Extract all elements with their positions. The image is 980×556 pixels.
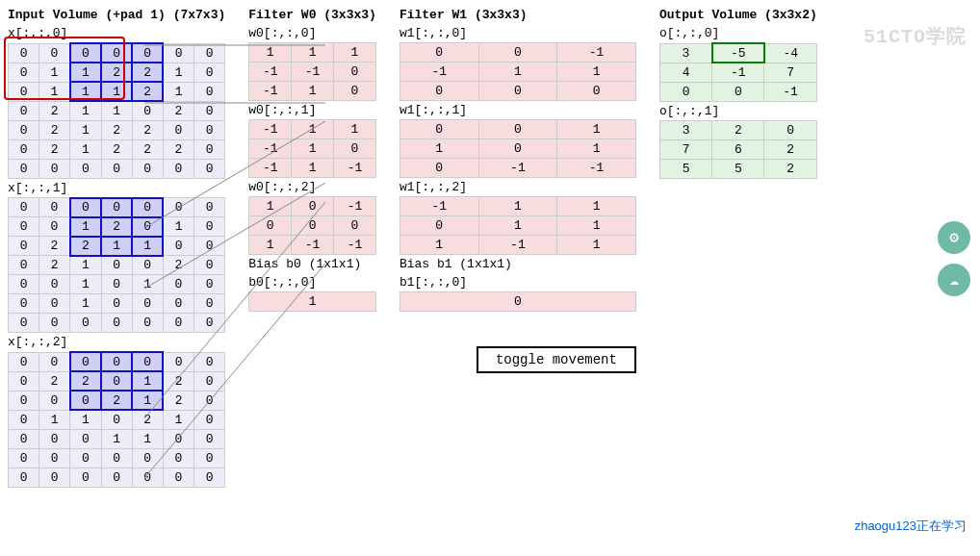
bias-b1-title: Bias b1 (1x1x1) xyxy=(400,257,636,271)
cell: 0 xyxy=(9,159,39,178)
cell: 0 xyxy=(39,294,70,314)
cell: 0 xyxy=(163,237,193,256)
slice-label: w0[:,:,2] xyxy=(248,180,376,194)
cell: 0 xyxy=(194,198,225,217)
cell: 1 xyxy=(292,43,334,63)
cell: 1 xyxy=(400,236,478,255)
cell: 0 xyxy=(292,197,334,216)
cell: 2 xyxy=(39,237,70,256)
cell: -1 xyxy=(334,159,376,178)
cell: 0 xyxy=(101,371,132,391)
cell: -1 xyxy=(292,236,334,255)
grid: 320762552 xyxy=(659,120,817,179)
settings-icon[interactable]: ⚙ xyxy=(938,221,970,254)
cell: 0 xyxy=(478,139,557,159)
slice-label: w0[:,:,1] xyxy=(248,103,376,117)
cell: 1 xyxy=(101,101,132,120)
cell: 0 xyxy=(70,159,101,178)
grid: 00-1-111000 xyxy=(400,42,636,101)
cell: 1 xyxy=(478,216,557,236)
input-column: Input Volume (+pad 1) (7x7x3) x[:,:,0]00… xyxy=(8,8,225,488)
cell: 1 xyxy=(132,275,163,294)
cell: 0 xyxy=(9,256,39,275)
cell: 0 xyxy=(478,120,557,139)
cell: 0 xyxy=(9,275,39,294)
cell: 0 xyxy=(39,448,70,468)
cell: 0 xyxy=(194,159,225,178)
cell: 0 xyxy=(9,237,39,256)
cell: 1 xyxy=(70,120,101,139)
cell: -1 xyxy=(292,63,334,82)
cell: 0 xyxy=(194,448,225,468)
cell: 2 xyxy=(132,410,163,429)
cell: 0 xyxy=(194,217,225,237)
cell: 0 xyxy=(39,217,70,237)
cell: 0 xyxy=(557,82,636,101)
cell: 1 xyxy=(478,63,557,82)
cell: 0 xyxy=(478,82,557,101)
cell: 0 xyxy=(163,120,193,139)
cell: 1 xyxy=(132,429,163,448)
cell: 0 xyxy=(194,294,225,314)
cell: 0 xyxy=(334,139,376,159)
cell: 7 xyxy=(659,139,711,159)
cell: 1 xyxy=(70,82,101,101)
cell: 1 xyxy=(39,63,70,82)
cell: 0 xyxy=(132,352,163,371)
cell: 0 xyxy=(334,82,376,101)
cell: 1 xyxy=(163,217,193,237)
cell: 5 xyxy=(659,159,711,178)
cell: 1 xyxy=(132,391,163,410)
cell: 0 xyxy=(194,101,225,120)
cell: 2 xyxy=(70,371,101,391)
cell: 0 xyxy=(194,237,225,256)
cell: 0 xyxy=(39,198,70,217)
cell: 0 xyxy=(194,314,225,333)
cell: 2 xyxy=(132,63,163,82)
cell: 0 xyxy=(9,82,39,101)
grid: 0000000011221001112100211020021220002122… xyxy=(8,42,225,179)
cell: 0 xyxy=(101,159,132,178)
cell: 0 xyxy=(9,429,39,448)
cell: 0 xyxy=(132,294,163,314)
cell: 0 xyxy=(163,314,193,333)
cell: 2 xyxy=(39,101,70,120)
cell: 3 xyxy=(659,120,711,139)
cell: 1 xyxy=(70,217,101,237)
output-title: Output Volume (3x3x2) xyxy=(659,8,817,22)
slice-label: b1[:,:,0] xyxy=(400,275,636,290)
cell: 2 xyxy=(764,139,816,159)
cell: 0 xyxy=(132,159,163,178)
cell: 2 xyxy=(101,139,132,159)
cell: -1 xyxy=(249,63,292,82)
cell: -1 xyxy=(478,236,557,255)
cell: 2 xyxy=(39,120,70,139)
cell: -1 xyxy=(557,43,636,63)
cell: 0 xyxy=(163,159,193,178)
cell: 1 xyxy=(249,197,292,216)
grid: 3-5-44-1700-1 xyxy=(659,42,817,102)
cell: 0 xyxy=(70,448,101,468)
cell: 2 xyxy=(39,371,70,391)
cell: 1 xyxy=(478,197,557,216)
cell: 0 xyxy=(101,43,132,63)
cell: 0 xyxy=(163,468,193,487)
toggle-movement-button[interactable]: toggle movement xyxy=(477,346,636,373)
cell: 0 xyxy=(400,159,478,178)
cell: -1 xyxy=(400,63,478,82)
cell: 0 xyxy=(101,256,132,275)
float-icon-group: ⚙ ☁ xyxy=(938,221,970,296)
cell: 0 xyxy=(400,82,478,101)
cell: 0 xyxy=(163,43,193,63)
cell: 0 xyxy=(292,216,334,236)
watermark-text: 51CTO学院 xyxy=(864,23,967,49)
cell: 0 xyxy=(101,468,132,487)
cell: -5 xyxy=(712,43,764,63)
cloud-download-icon[interactable]: ☁ xyxy=(938,264,970,296)
cell: 0 xyxy=(132,468,163,487)
cell: 1 xyxy=(70,63,101,82)
cell: 0 xyxy=(194,139,225,159)
cell: 0 xyxy=(132,43,163,63)
cell: 0 xyxy=(39,391,70,410)
cell: 0 xyxy=(39,429,70,448)
